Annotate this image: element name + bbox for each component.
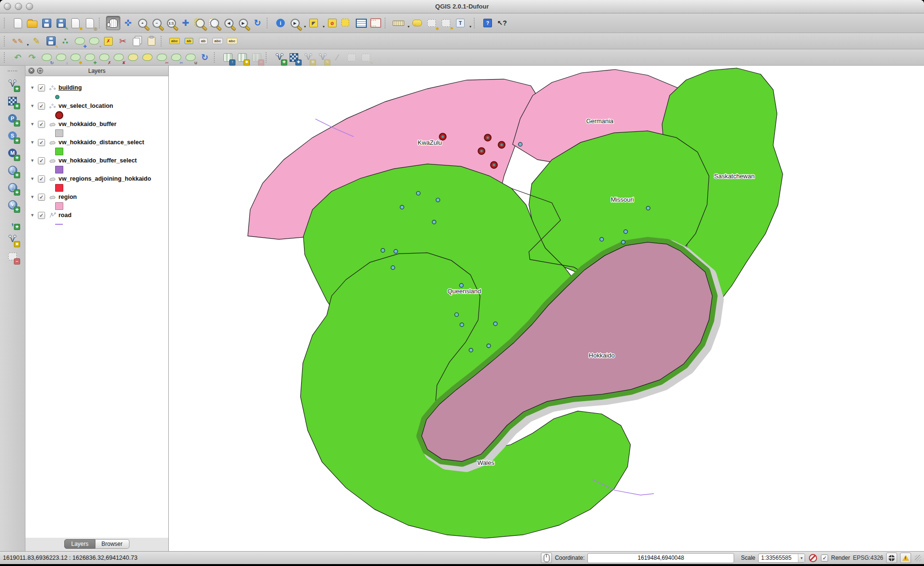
toggle-editing-icon[interactable]: ✎: [30, 35, 43, 48]
field-calculator-icon[interactable]: [369, 16, 382, 30]
pan-to-selection-icon[interactable]: ✜: [121, 16, 135, 30]
new-vector-layer-icon[interactable]: V✚: [273, 51, 286, 64]
layer-visibility-checkbox[interactable]: ✓: [38, 157, 45, 164]
open-project-icon[interactable]: [25, 16, 39, 30]
disclosure-triangle-icon[interactable]: ▼: [30, 140, 38, 145]
reshape-features-icon[interactable]: [126, 51, 140, 64]
disclosure-triangle-icon[interactable]: ▼: [30, 104, 38, 108]
add-wfs-layer-icon[interactable]: V✚: [6, 198, 19, 211]
crs-status-button[interactable]: [886, 553, 897, 563]
disclosure-triangle-icon[interactable]: ▼: [30, 122, 38, 127]
layer-visibility-checkbox[interactable]: ✓: [38, 121, 45, 128]
add-wms-layer-icon[interactable]: ✚: [6, 181, 19, 194]
new-bookmark-icon[interactable]: ✱: [425, 16, 438, 30]
layout-frame-edit-icon[interactable]: ✎: [359, 51, 373, 64]
paste-features-icon[interactable]: [145, 35, 158, 48]
add-vector-layer-icon[interactable]: V✚: [6, 77, 19, 91]
undo-icon[interactable]: ↶: [11, 51, 24, 64]
disclosure-triangle-icon[interactable]: ▼: [30, 195, 38, 199]
delete-selected-icon[interactable]: ✗: [102, 35, 115, 48]
text-annotation-icon[interactable]: T▾: [454, 16, 467, 30]
layer-row-vw_hokkaido_buffer[interactable]: ▼✓vw_hokkaido_buffer: [25, 119, 168, 129]
layer-name[interactable]: vw_hokkaido_buffer: [58, 121, 117, 127]
save-project-icon[interactable]: [40, 16, 53, 30]
save-layer-edits-icon[interactable]: ✎: [44, 35, 58, 48]
zoom-to-selection-icon[interactable]: [193, 16, 207, 30]
add-delimited-text-layer-icon[interactable]: ,✚: [6, 215, 19, 229]
add-feature-icon[interactable]: ∴: [58, 35, 72, 48]
simplify-feature-icon[interactable]: ↓: [54, 51, 68, 64]
layer-visibility-checkbox[interactable]: ✓: [38, 84, 45, 92]
delete-part-icon[interactable]: ✘: [112, 51, 125, 64]
scale-combo[interactable]: 1:33565585 ▼: [758, 554, 805, 563]
save-project-as-icon[interactable]: ✎: [54, 16, 68, 30]
layer-row-vw_select_location[interactable]: ▼✓vw_select_location: [25, 101, 168, 111]
grass-remove-icon[interactable]: −: [250, 51, 263, 64]
layer-row-vw_hokkaido_buffer_select[interactable]: ▼✓vw_hokkaido_buffer_select: [25, 156, 168, 165]
add-ring-icon[interactable]: ✱: [69, 51, 82, 64]
message-log-button[interactable]: [900, 553, 911, 563]
layer-name[interactable]: vw_regions_adjoining_hokkaido: [58, 175, 151, 182]
disclosure-triangle-icon[interactable]: ▼: [30, 158, 38, 163]
layer-row-vw_hokkaido_distance_select[interactable]: ▼✓vw_hokkaido_distance_select: [25, 138, 168, 147]
layer-name[interactable]: vw_hokkaido_buffer_select: [58, 157, 137, 164]
stop-rendering-icon[interactable]: [808, 553, 818, 563]
layer-name[interactable]: building: [58, 84, 82, 91]
layer-row-vw_regions_adjoining_hokkaido[interactable]: ▼✓vw_regions_adjoining_hokkaido: [25, 174, 168, 184]
measure-icon[interactable]: ▾: [392, 16, 405, 30]
rotate-point-symbols-icon[interactable]: ↻: [198, 51, 211, 64]
grass-edit-icon[interactable]: ✱: [235, 51, 249, 64]
disclosure-triangle-icon[interactable]: ▼: [30, 176, 38, 181]
zoom-to-layer-icon[interactable]: [208, 16, 221, 30]
identify-features-icon[interactable]: i: [274, 16, 287, 30]
new-raster-layer-icon[interactable]: ✚: [287, 51, 301, 64]
cut-features-icon[interactable]: ✂: [116, 35, 129, 48]
add-raster-layer-icon[interactable]: ✚: [6, 94, 19, 108]
layer-name[interactable]: vw_select_location: [58, 103, 113, 109]
disclosure-triangle-icon[interactable]: ▼: [30, 85, 38, 90]
layer-visibility-checkbox[interactable]: ✓: [38, 175, 45, 183]
mouse-position-toggle-icon[interactable]: [541, 553, 552, 563]
panel-close-icon[interactable]: ✕: [28, 68, 35, 74]
map-canvas[interactable]: KwaZuluGermaniaSaskatchewanMissouriQueen…: [169, 66, 924, 551]
add-part-icon[interactable]: ✚: [83, 51, 96, 64]
layer-visibility-checkbox[interactable]: ✓: [38, 139, 45, 146]
show-bookmarks-icon[interactable]: ⚑: [439, 16, 453, 30]
panel-float-icon[interactable]: [37, 68, 43, 74]
layer-visibility-checkbox[interactable]: ✓: [38, 103, 45, 110]
layout-frame-icon[interactable]: [345, 51, 358, 64]
current-edits-icon[interactable]: ✎✎▾: [11, 35, 24, 48]
zoom-native-icon[interactable]: 1:1: [164, 16, 178, 30]
new-shapefile-layer-icon[interactable]: V✱: [6, 232, 19, 246]
select-by-expression-icon[interactable]: ε: [340, 16, 353, 30]
label-ab-selected-icon[interactable]: ab: [182, 35, 196, 48]
panel-tab-browser[interactable]: Browser: [95, 539, 129, 549]
vector-layer-star-icon[interactable]: V✱: [302, 51, 315, 64]
layer-visibility-checkbox[interactable]: ✓: [38, 212, 45, 219]
add-spatialite-layer-icon[interactable]: S✚: [6, 129, 19, 142]
open-attribute-table-icon[interactable]: [354, 16, 368, 30]
layer-name[interactable]: region: [58, 194, 77, 200]
add-oracle-layer-icon[interactable]: ✚: [6, 163, 19, 177]
refresh-icon[interactable]: ↻: [251, 16, 264, 30]
disclosure-triangle-icon[interactable]: ▼: [30, 213, 38, 218]
layer-row-region[interactable]: ▼✓region: [25, 192, 168, 202]
split-parts-icon[interactable]: ✂: [169, 51, 183, 64]
add-mssql-layer-icon[interactable]: M✚: [6, 146, 19, 160]
label-abc-icon[interactable]: abc: [168, 35, 181, 48]
layer-name[interactable]: vw_hokkaido_distance_select: [58, 139, 144, 146]
vector-layer-edit-icon[interactable]: V✎: [316, 51, 329, 64]
composer-manager-icon[interactable]: ◎: [83, 16, 96, 30]
layer-name[interactable]: road: [58, 212, 71, 219]
map-tips-icon[interactable]: [410, 16, 424, 30]
label-ab-pin-icon[interactable]: ab: [197, 35, 210, 48]
rotate-feature-icon[interactable]: ↻: [40, 51, 53, 64]
redo-icon[interactable]: ↷: [25, 51, 39, 64]
deselect-features-icon[interactable]: ⊘: [326, 16, 339, 30]
panel-tab-layers[interactable]: Layers: [64, 539, 95, 549]
zoom-last-icon[interactable]: ◀: [222, 16, 235, 30]
whats-this-icon[interactable]: ↖?: [495, 16, 509, 30]
help-contents-icon[interactable]: ?: [481, 16, 494, 30]
select-features-icon[interactable]: ◤▾: [307, 16, 320, 30]
label-abc-outline-icon[interactable]: abc: [225, 35, 239, 48]
